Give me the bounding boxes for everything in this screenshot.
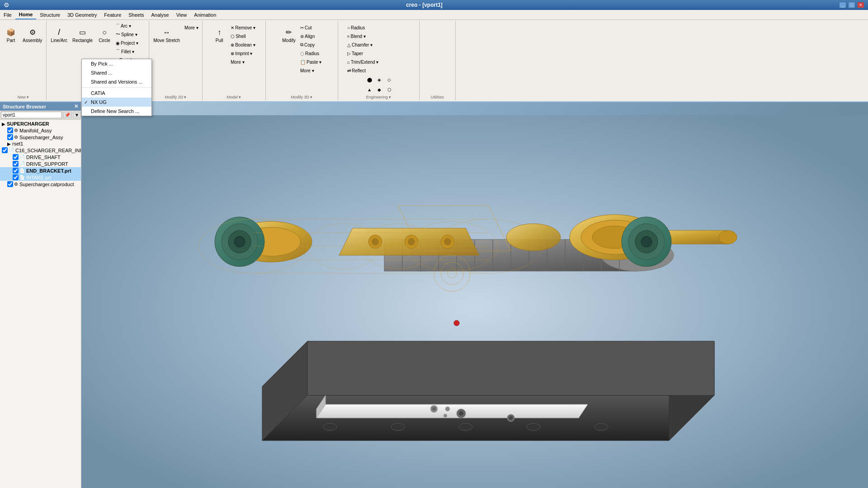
structure-browser-tree: ▶ SUPERCHARGER ⚙ Manifold_Assy ⚙ Superch… bbox=[0, 120, 81, 488]
project-button[interactable]: ◉ Project ▾ bbox=[114, 39, 147, 47]
svg-point-36 bbox=[719, 230, 737, 244]
spline-button[interactable]: 〜 Spline ▾ bbox=[114, 30, 147, 38]
menu-home[interactable]: Home bbox=[15, 10, 37, 19]
end-bracket-checkbox[interactable] bbox=[13, 168, 19, 174]
dropdown-shared-versions[interactable]: Shared and Versions ... bbox=[82, 77, 151, 86]
assembly-button[interactable]: ⚙ Assembly bbox=[20, 22, 44, 48]
ribbon-group-utilities: Utilities bbox=[420, 21, 456, 100]
cut-icon: ✂ bbox=[300, 25, 304, 30]
part-button[interactable]: 📦 Part bbox=[2, 22, 20, 48]
move-stretch-icon: ↔ bbox=[161, 27, 172, 38]
tree-item-intake[interactable]: 📄 INTAKE.prt bbox=[0, 174, 81, 181]
radius-eng-button[interactable]: ○ Radius bbox=[345, 23, 411, 32]
part-label: Part bbox=[7, 38, 15, 43]
drive-support-checkbox[interactable] bbox=[13, 161, 19, 167]
tree-item-rset1[interactable]: ▶ rset1 bbox=[0, 141, 81, 147]
line-arc-icon: / bbox=[54, 27, 65, 38]
intake-label: INTAKE.prt bbox=[26, 175, 51, 180]
sb-close-icon[interactable]: ✕ bbox=[74, 103, 78, 109]
shell-button[interactable]: ⬡ Shell bbox=[229, 32, 257, 40]
close-button[interactable]: ✕ bbox=[857, 2, 864, 8]
sb-filter-button[interactable]: ▼ bbox=[73, 112, 81, 118]
structure-browser-search[interactable] bbox=[1, 112, 62, 118]
paste-button[interactable]: 📋 Paste ▾ bbox=[298, 58, 323, 66]
move-stretch-button[interactable]: ↔ Move Stretch bbox=[151, 22, 182, 48]
supercharger-assy-checkbox[interactable] bbox=[7, 134, 13, 140]
tree-item-supercharger-cat[interactable]: ⚙ Supercharger.catproduct bbox=[0, 181, 81, 188]
c16-checkbox[interactable] bbox=[2, 147, 8, 153]
rset1-icon: ▶ bbox=[7, 141, 11, 146]
pull-label: Pull bbox=[216, 38, 223, 43]
taper-button[interactable]: ▷ Taper bbox=[345, 49, 411, 57]
blend-button[interactable]: ≈ Blend ▾ bbox=[345, 32, 411, 40]
utilities-group-label: Utilities bbox=[421, 94, 453, 99]
tree-item-supercharger-assy[interactable]: ⚙ Supercharger_Assy bbox=[0, 134, 81, 141]
menu-sheets[interactable]: Sheets bbox=[125, 10, 147, 19]
menu-feature[interactable]: Feature bbox=[100, 10, 125, 19]
eng-icon4[interactable]: ▲ bbox=[365, 85, 374, 94]
menu-analyse[interactable]: Analyse bbox=[148, 10, 173, 19]
line-arc-button[interactable]: / Line/Arc bbox=[48, 22, 70, 48]
drive-support-icon: 📄 bbox=[19, 161, 25, 166]
minimize-button[interactable]: _ bbox=[839, 2, 846, 8]
eng-icon2[interactable]: ◈ bbox=[375, 75, 384, 84]
more-2d-button[interactable]: More ▾ bbox=[183, 23, 200, 32]
spline-icon: 〜 bbox=[116, 31, 120, 38]
modify3d-button[interactable]: ✏ Modify bbox=[280, 22, 298, 48]
viewport-3d[interactable]: BBS.CHINADE.NET bbox=[81, 102, 868, 488]
dropdown-shared[interactable]: Shared ... bbox=[82, 68, 151, 77]
sb-pin-button[interactable]: 📌 bbox=[63, 112, 72, 118]
tree-item-drive-support[interactable]: 📄 DRIVE_SUPPORT bbox=[0, 160, 81, 167]
circle-icon: ○ bbox=[99, 27, 110, 38]
boolean-button[interactable]: ⊕ Boolean ▾ bbox=[229, 41, 257, 49]
pull-button[interactable]: ↑ Pull bbox=[210, 22, 228, 48]
menu-structure[interactable]: Structure bbox=[36, 10, 64, 19]
imprint-button[interactable]: ⊗ Imprint ▾ bbox=[229, 49, 257, 57]
supercharger-cat-label: Supercharger.catproduct bbox=[19, 182, 74, 187]
structure-browser-title: Structure Browser bbox=[3, 104, 46, 109]
eng-icon3[interactable]: ◇ bbox=[385, 75, 394, 84]
more-3d-button[interactable]: More ▾ bbox=[298, 66, 323, 75]
supercharger-label: SUPERCHARGER bbox=[7, 121, 49, 127]
modify3d-label: Modify bbox=[282, 38, 295, 43]
move-stretch-label: Move Stretch bbox=[153, 38, 180, 43]
pull-icon: ↑ bbox=[214, 27, 225, 38]
trim-extend-button[interactable]: ⌂ Trim/Extend ▾ bbox=[345, 58, 411, 66]
eng-icon1[interactable]: ⬤ bbox=[365, 75, 374, 84]
menu-file[interactable]: File bbox=[0, 10, 15, 19]
assembly-label: Assembly bbox=[23, 38, 42, 43]
cut-button[interactable]: ✂ Cut bbox=[298, 23, 323, 32]
more-model-button[interactable]: More ▾ bbox=[229, 58, 257, 66]
shell-icon: ⬡ bbox=[231, 34, 235, 39]
tree-item-c16[interactable]: 📄 C16_SCHARGER_REAR_INF... bbox=[0, 147, 81, 154]
dropdown-catia[interactable]: CATIA bbox=[82, 89, 151, 98]
tree-item-supercharger[interactable]: ▶ SUPERCHARGER bbox=[0, 121, 81, 127]
copy-button[interactable]: ⧉ Copy bbox=[298, 41, 323, 49]
chamfer-button[interactable]: △ Chamfer ▾ bbox=[345, 41, 411, 49]
tree-item-end-bracket[interactable]: 📄 END_BRACKET.prt bbox=[0, 167, 81, 174]
supercharger-cat-checkbox[interactable] bbox=[7, 181, 13, 187]
eng-icon5[interactable]: ◆ bbox=[375, 85, 384, 94]
drive-shaft-checkbox[interactable] bbox=[13, 154, 19, 160]
rectangle-button[interactable]: ▭ Rectangle bbox=[70, 22, 95, 48]
dropdown-define-new-search[interactable]: Define New Search ... bbox=[82, 107, 151, 116]
tree-item-manifold-assy[interactable]: ⚙ Manifold_Assy bbox=[0, 127, 81, 134]
intake-checkbox[interactable] bbox=[13, 174, 19, 180]
fillet-button[interactable]: ⌒ Fillet ▾ bbox=[114, 47, 147, 56]
tree-item-drive-shaft[interactable]: 📄 DRIVE_SHAFT bbox=[0, 154, 81, 160]
manifold-assy-checkbox[interactable] bbox=[7, 127, 13, 133]
window-controls[interactable]: _ □ ✕ bbox=[839, 2, 864, 8]
menu-3d-geometry[interactable]: 3D Geometry bbox=[64, 10, 100, 19]
dropdown-nx-ug[interactable]: NX UG bbox=[82, 98, 151, 107]
restore-button[interactable]: □ bbox=[848, 2, 855, 8]
dropdown-by-pick[interactable]: By Pick ... bbox=[82, 59, 151, 68]
remove-button[interactable]: ✕ Remove ▾ bbox=[229, 23, 257, 32]
reflect-button[interactable]: ⇄ Reflect bbox=[345, 66, 411, 75]
align-button[interactable]: ⊜ Align bbox=[298, 32, 323, 40]
menu-view[interactable]: View bbox=[173, 10, 191, 19]
circle-button[interactable]: ○ Circle bbox=[95, 22, 113, 48]
menu-animation[interactable]: Animation bbox=[190, 10, 220, 19]
arc-button[interactable]: ⌒ Arc ▾ bbox=[114, 22, 147, 30]
radius3d-button[interactable]: ◌ Radius bbox=[298, 49, 323, 57]
eng-icon6[interactable]: ⬡ bbox=[385, 85, 394, 94]
